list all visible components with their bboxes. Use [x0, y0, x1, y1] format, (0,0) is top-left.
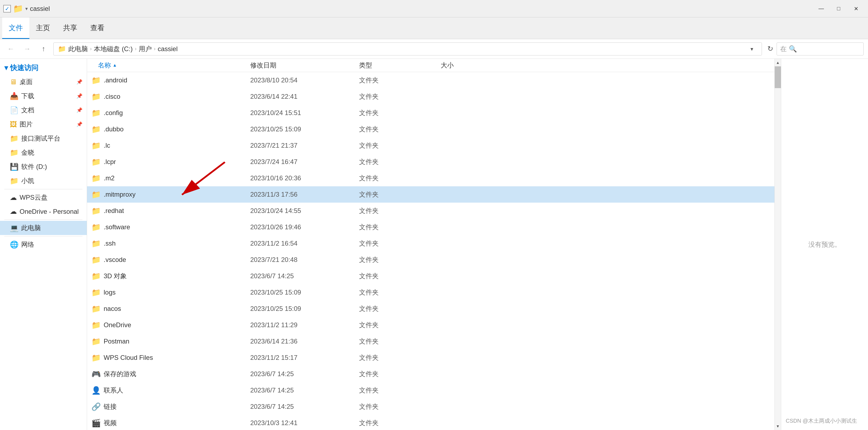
file-type: 文件夹	[359, 207, 441, 215]
ribbon-tab-home[interactable]: 主页	[29, 18, 57, 39]
table-row[interactable]: 📁 nacos 2023/10/25 15:09 文件夹	[87, 301, 774, 317]
table-row[interactable]: 📁 .cisco 2023/6/14 22:41 文件夹	[87, 88, 774, 105]
file-name: .lcpr	[104, 158, 116, 166]
table-row[interactable]: 📁 WPS Cloud Files 2023/11/2 15:17 文件夹	[87, 349, 774, 366]
main-layout: ▾ 快速访问 🖥 桌面 📌 📥 下载 📌 📄 文档 📌 🖼 图片 📌 📁 接口测…	[0, 59, 868, 430]
col-header-name[interactable]: 名称 ▲	[87, 61, 250, 70]
file-icon: 📁	[91, 76, 101, 85]
table-row[interactable]: 📁 .lcpr 2023/7/24 16:47 文件夹	[87, 154, 774, 170]
file-modified: 2023/8/10 20:54	[250, 76, 359, 84]
col-header-modified[interactable]: 修改日期	[250, 61, 359, 70]
table-row[interactable]: 🎮 保存的游戏 2023/6/7 14:25 文件夹	[87, 366, 774, 382]
table-row[interactable]: 📁 Postman 2023/6/14 21:36 文件夹	[87, 333, 774, 349]
sidebar-item-pictures[interactable]: 🖼 图片 📌	[0, 117, 87, 131]
ribbon-tab-share[interactable]: 共享	[57, 18, 84, 39]
table-row[interactable]: 📁 .software 2023/10/26 19:46 文件夹	[87, 219, 774, 235]
table-row[interactable]: 📁 .mitmproxy 2023/11/3 17:56 文件夹	[87, 186, 774, 203]
ribbon-tab-file[interactable]: 文件	[2, 18, 29, 39]
file-name-cell: 🎮 保存的游戏	[87, 370, 250, 378]
col-header-size[interactable]: 大小	[441, 61, 495, 70]
search-box[interactable]: 在 🔍	[777, 42, 864, 56]
ribbon-tab-view[interactable]: 查看	[84, 18, 111, 39]
col-header-type[interactable]: 类型	[359, 61, 441, 70]
file-icon: 📁	[91, 174, 101, 183]
sidebar-drive-d-label: 软件 (D:)	[21, 162, 47, 171]
drive-d-icon: 💾	[10, 163, 19, 171]
file-name: .mitmproxy	[104, 191, 135, 198]
sidebar-item-xiaokao[interactable]: 📁 小凯	[0, 174, 87, 188]
scrollbar-up-button[interactable]: ▲	[775, 59, 781, 66]
file-name-cell: 👤 联系人	[87, 386, 250, 395]
scrollbar-track[interactable]	[775, 66, 781, 422]
table-row[interactable]: 📁 .android 2023/8/10 20:54 文件夹	[87, 72, 774, 88]
file-icon: 📁	[91, 141, 101, 150]
file-modified: 2023/10/25 15:09	[250, 305, 359, 312]
file-modified: 2023/6/7 14:25	[250, 387, 359, 394]
table-row[interactable]: 🎬 视频 2023/10/3 12:41 文件夹	[87, 415, 774, 430]
file-icon: 📁	[91, 125, 101, 134]
downloads-folder-icon: 📥	[10, 92, 19, 100]
sidebar-item-drive-d[interactable]: 💾 软件 (D:)	[0, 160, 87, 174]
titlebar-checkbox	[3, 5, 11, 12]
sidebar-item-onedrive[interactable]: ☁ OneDrive - Personal	[0, 205, 87, 218]
file-name: .config	[104, 109, 123, 117]
file-name: WPS Cloud Files	[104, 354, 153, 362]
file-type: 文件夹	[359, 337, 441, 346]
table-row[interactable]: 📁 .vscode 2023/7/21 20:48 文件夹	[87, 252, 774, 268]
sidebar-quick-access-header[interactable]: ▾ 快速访问	[0, 61, 87, 75]
address-bar[interactable]: 📁 此电脑 › 本地磁盘 (C:) › 用户 › cassiel ▾	[53, 42, 762, 56]
file-name: 保存的游戏	[104, 370, 136, 378]
back-button[interactable]: ←	[4, 42, 18, 56]
sidebar-item-desktop[interactable]: 🖥 桌面 📌	[0, 75, 87, 89]
sidebar-xiaokao-label: 小凯	[21, 177, 34, 185]
table-row[interactable]: 👤 联系人 2023/6/7 14:25 文件夹	[87, 382, 774, 398]
sidebar-item-this-pc[interactable]: 💻 此电脑	[0, 221, 87, 235]
sidebar-item-wps-cloud[interactable]: ☁ WPS云盘	[0, 190, 87, 205]
table-row[interactable]: 📁 3D 对象 2023/6/7 14:25 文件夹	[87, 268, 774, 284]
table-row[interactable]: 📁 .dubbo 2023/10/25 15:09 文件夹	[87, 121, 774, 137]
table-row[interactable]: 📁 logs 2023/10/25 15:09 文件夹	[87, 284, 774, 301]
file-name-cell: 📁 3D 对象	[87, 272, 250, 281]
file-name: nacos	[104, 305, 121, 312]
file-icon: 🎬	[91, 419, 101, 428]
sidebar-item-api-test[interactable]: 📁 接口测试平台	[0, 131, 87, 146]
scrollbar[interactable]: ▲ ▼	[774, 59, 781, 430]
table-row[interactable]: 📁 .config 2023/10/24 15:51 文件夹	[87, 105, 774, 121]
up-button[interactable]: ↑	[37, 42, 50, 56]
search-icon: 🔍	[789, 45, 797, 53]
minimize-button[interactable]: —	[812, 3, 830, 14]
file-modified: 2023/11/2 16:54	[250, 240, 359, 247]
table-row[interactable]: 🔗 链接 2023/6/7 14:25 文件夹	[87, 398, 774, 415]
table-row[interactable]: 📁 .lc 2023/7/21 21:37 文件夹	[87, 137, 774, 154]
maximize-button[interactable]: □	[830, 3, 847, 14]
sidebar-desktop-label: 桌面	[20, 78, 33, 86]
table-row[interactable]: 📁 OneDrive 2023/11/2 11:29 文件夹	[87, 317, 774, 333]
sidebar-api-test-label: 接口测试平台	[21, 134, 60, 143]
quick-access-chevron-icon: ▾	[4, 64, 8, 72]
sidebar-item-network[interactable]: 🌐 网络	[0, 238, 87, 252]
sidebar-item-jinxiao[interactable]: 📁 金晓	[0, 146, 87, 160]
file-type: 文件夹	[359, 288, 441, 297]
sidebar-divider-1	[4, 189, 83, 189]
file-type: 文件夹	[359, 109, 441, 117]
refresh-button[interactable]: ↻	[767, 44, 773, 53]
sidebar-item-documents[interactable]: 📄 文档 📌	[0, 103, 87, 117]
table-row[interactable]: 📁 .m2 2023/10/16 20:36 文件夹	[87, 170, 774, 186]
file-type: 文件夹	[359, 223, 441, 232]
table-row[interactable]: 📁 .redhat 2023/10/24 14:55 文件夹	[87, 203, 774, 219]
address-dropdown-button[interactable]: ▾	[746, 43, 757, 54]
file-name-cell: 📁 .android	[87, 76, 250, 85]
sidebar-onedrive-label: OneDrive - Personal	[20, 208, 79, 215]
sidebar-item-downloads[interactable]: 📥 下载 📌	[0, 89, 87, 103]
close-button[interactable]: ✕	[847, 3, 865, 14]
file-modified: 2023/10/3 12:41	[250, 419, 359, 427]
file-icon: 📁	[91, 190, 101, 199]
file-modified: 2023/6/14 21:36	[250, 338, 359, 345]
file-list: 📁 .android 2023/8/10 20:54 文件夹 📁 .cisco …	[87, 72, 774, 430]
table-row[interactable]: 📁 .ssh 2023/11/2 16:54 文件夹	[87, 235, 774, 252]
file-name-cell: 📁 Postman	[87, 337, 250, 346]
forward-button[interactable]: →	[21, 42, 34, 56]
file-modified: 2023/10/24 14:55	[250, 207, 359, 215]
scrollbar-down-button[interactable]: ▼	[775, 422, 781, 430]
scrollbar-thumb[interactable]	[775, 66, 781, 88]
